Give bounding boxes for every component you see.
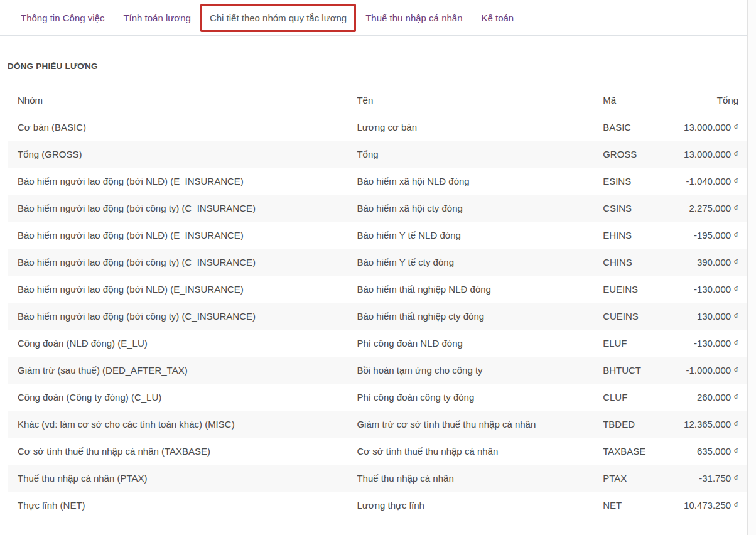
cell-name: Lương cơ bản	[347, 114, 593, 141]
cell-name: Phí công đoàn công ty đóng	[347, 384, 593, 411]
cell-total: 390.000 ₫	[666, 249, 748, 276]
cell-name: Bảo hiểm Y tế NLĐ đóng	[347, 222, 593, 249]
cell-group: Giảm trừ (sau thuế) (DED_AFTER_TAX)	[8, 357, 347, 384]
cell-code: GROSS	[593, 141, 666, 168]
tab-bar: Thông tin Công việc Tính toán lương Chi …	[0, 0, 756, 36]
table-row[interactable]: Công đoàn (Công ty đóng) (C_LU) Phí công…	[8, 384, 748, 411]
cell-group: Cơ sở tính thuế thu nhập cá nhân (TAXBAS…	[8, 438, 347, 465]
cell-total: -130.000 ₫	[666, 276, 748, 303]
table-row[interactable]: Công đoàn (NLĐ đóng) (E_LU) Phí công đoà…	[8, 330, 748, 357]
cell-code: CLUF	[593, 384, 666, 411]
cell-total: -195.000 ₫	[666, 222, 748, 249]
tab-label: Kế toán	[482, 13, 514, 23]
cell-total: -1.000.000 ₫	[666, 357, 748, 384]
cell-total: -1.040.000 ₫	[666, 168, 748, 195]
cell-total: -31.750 ₫	[666, 465, 748, 492]
table-row[interactable]: Thuế thu nhập cá nhân (PTAX) Thuế thu nh…	[8, 465, 748, 492]
column-header-name[interactable]: Tên	[347, 87, 593, 114]
cell-group: Bảo hiểm người lao động (bởi công ty) (C…	[8, 195, 347, 222]
cell-code: CHINS	[593, 249, 666, 276]
vertical-scrollbar[interactable]	[747, 0, 756, 535]
cell-code: CUEINS	[593, 303, 666, 330]
cell-total: 13.000.000 ₫	[666, 114, 748, 141]
cell-total: -130.000 ₫	[666, 330, 748, 357]
table-header-row: Nhóm Tên Mã Tổng	[8, 87, 748, 114]
table-row[interactable]: Bảo hiểm người lao động (bởi công ty) (C…	[8, 249, 748, 276]
table-row[interactable]: Bảo hiểm người lao động (bởi NLĐ) (E_INS…	[8, 222, 748, 249]
cell-name: Bảo hiểm thất nghiệp NLĐ đóng	[347, 276, 593, 303]
cell-group: Bảo hiểm người lao động (bởi công ty) (C…	[8, 303, 347, 330]
table-body: Cơ bản (BASIC) Lương cơ bản BASIC 13.000…	[8, 114, 748, 519]
column-header-total[interactable]: Tổng	[666, 87, 748, 114]
cell-total: 2.275.000 ₫	[666, 195, 748, 222]
cell-name: Tổng	[347, 141, 593, 168]
table-row[interactable]: Bảo hiểm người lao động (bởi NLĐ) (E_INS…	[8, 276, 748, 303]
cell-code: BHTUCT	[593, 357, 666, 384]
cell-code: BASIC	[593, 114, 666, 141]
cell-name: Giảm trừ cơ sở tính thuế thu nhập cá nhâ…	[347, 411, 593, 438]
payslip-lines-table: Nhóm Tên Mã Tổng Cơ bản (BASIC) Lương cơ…	[8, 87, 748, 519]
cell-code: CSINS	[593, 195, 666, 222]
cell-name: Bảo hiểm xã hội cty đóng	[347, 195, 593, 222]
cell-name: Thuế thu nhập cá nhân	[347, 465, 593, 492]
cell-name: Lương thực lĩnh	[347, 492, 593, 519]
table-row[interactable]: Cơ bản (BASIC) Lương cơ bản BASIC 13.000…	[8, 114, 748, 141]
cell-name: Bảo hiểm xã hội NLĐ đóng	[347, 168, 593, 195]
cell-total: 130.000 ₫	[666, 303, 748, 330]
tab-label: Thuế thu nhập cá nhân	[365, 13, 462, 23]
cell-code: ELUF	[593, 330, 666, 357]
tab-2[interactable]: Chi tiết theo nhóm quy tắc lương	[200, 0, 356, 35]
cell-code: EHINS	[593, 222, 666, 249]
cell-group: Bảo hiểm người lao động (bởi NLĐ) (E_INS…	[8, 222, 347, 249]
cell-total: 13.000.000 ₫	[666, 141, 748, 168]
cell-group: Bảo hiểm người lao động (bởi NLĐ) (E_INS…	[8, 276, 347, 303]
table-row[interactable]: Thực lĩnh (NET) Lương thực lĩnh NET 10.4…	[8, 492, 748, 519]
cell-name: Bồi hoàn tạm ứng cho công ty	[347, 357, 593, 384]
cell-group: Tổng (GROSS)	[8, 141, 347, 168]
cell-group: Khác (vd: làm cơ sở cho các tính toán kh…	[8, 411, 347, 438]
table-row[interactable]: Bảo hiểm người lao động (bởi công ty) (C…	[8, 303, 748, 330]
cell-group: Thực lĩnh (NET)	[8, 492, 347, 519]
cell-code: PTAX	[593, 465, 666, 492]
tab-3[interactable]: Thuế thu nhập cá nhân	[356, 0, 472, 35]
table-row[interactable]: Khác (vd: làm cơ sở cho các tính toán kh…	[8, 411, 748, 438]
table-row[interactable]: Cơ sở tính thuế thu nhập cá nhân (TAXBAS…	[8, 438, 748, 465]
cell-name: Bảo hiểm thất nghiệp cty đóng	[347, 303, 593, 330]
tab-0[interactable]: Thông tin Công việc	[11, 0, 114, 35]
cell-group: Công đoàn (NLĐ đóng) (E_LU)	[8, 330, 347, 357]
cell-group: Thuế thu nhập cá nhân (PTAX)	[8, 465, 347, 492]
column-header-group[interactable]: Nhóm	[8, 87, 347, 114]
cell-total: 12.365.000 ₫	[666, 411, 748, 438]
cell-name: Bảo hiểm Y tế cty đóng	[347, 249, 593, 276]
tab-label: Thông tin Công việc	[21, 13, 104, 23]
tab-4[interactable]: Kế toán	[472, 0, 524, 35]
cell-name: Cơ sở tính thuế thu nhập cá nhân	[347, 438, 593, 465]
table-row[interactable]: Tổng (GROSS) Tổng GROSS 13.000.000 ₫	[8, 141, 748, 168]
payslip-details-panel: DÒNG PHIẾU LƯƠNG Nhóm Tên Mã Tổng Cơ bản…	[0, 62, 756, 519]
table-row[interactable]: Bảo hiểm người lao động (bởi NLĐ) (E_INS…	[8, 168, 748, 195]
cell-total: 10.473.250 ₫	[666, 492, 748, 519]
cell-group: Cơ bản (BASIC)	[8, 114, 347, 141]
cell-group: Bảo hiểm người lao động (bởi NLĐ) (E_INS…	[8, 168, 347, 195]
section-title-payslip-lines: DÒNG PHIẾU LƯƠNG	[8, 62, 748, 77]
cell-code: ESINS	[593, 168, 666, 195]
cell-total: 260.000 ₫	[666, 384, 748, 411]
tab-label: Chi tiết theo nhóm quy tắc lương	[210, 13, 347, 23]
cell-group: Bảo hiểm người lao động (bởi công ty) (C…	[8, 249, 347, 276]
cell-code: TAXBASE	[593, 438, 666, 465]
cell-code: TBDED	[593, 411, 666, 438]
tab-label: Tính toán lương	[123, 13, 190, 23]
column-header-code[interactable]: Mã	[593, 87, 666, 114]
cell-name: Phí công đoàn NLĐ đóng	[347, 330, 593, 357]
cell-code: EUEINS	[593, 276, 666, 303]
cell-total: 635.000 ₫	[666, 438, 748, 465]
cell-code: NET	[593, 492, 666, 519]
table-row[interactable]: Giảm trừ (sau thuế) (DED_AFTER_TAX) Bồi …	[8, 357, 748, 384]
tab-1[interactable]: Tính toán lương	[114, 0, 200, 35]
table-row[interactable]: Bảo hiểm người lao động (bởi công ty) (C…	[8, 195, 748, 222]
cell-group: Công đoàn (Công ty đóng) (C_LU)	[8, 384, 347, 411]
